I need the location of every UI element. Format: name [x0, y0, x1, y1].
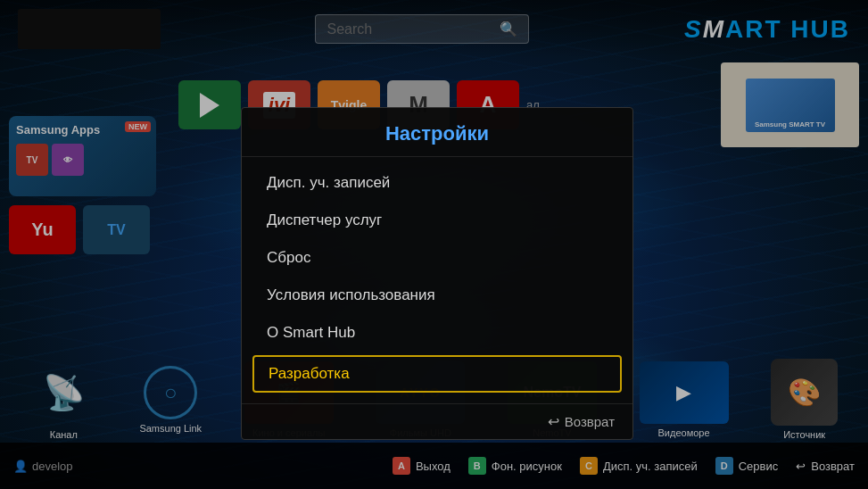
modal-footer: ↩ Возврат — [242, 403, 632, 439]
settings-modal: Настройки Дисп. уч. записей Диспетчер ус… — [241, 107, 633, 440]
return-icon: ↩ — [548, 413, 559, 430]
menu-item-razrabotka[interactable]: Разработка — [252, 355, 622, 393]
menu-item-sbros[interactable]: Сброс — [242, 239, 632, 277]
return-label: Возврат — [565, 414, 615, 429]
menu-item-smart-hub[interactable]: O Smart Hub — [242, 314, 632, 352]
menu-item-dispatcher[interactable]: Диспетчер услуг — [242, 202, 632, 239]
menu-item-usloviya[interactable]: Условия использования — [242, 277, 632, 314]
modal-menu: Дисп. уч. записей Диспетчер услуг Сброс … — [242, 157, 632, 403]
menu-item-disp-uch[interactable]: Дисп. уч. записей — [242, 164, 632, 202]
modal-title: Настройки — [242, 108, 632, 157]
